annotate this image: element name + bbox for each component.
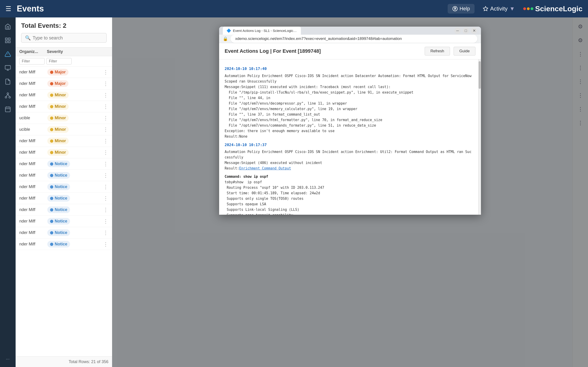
row-actions-menu[interactable]: ⋮: [103, 138, 108, 144]
event-org-cell: nder Miff: [19, 150, 44, 155]
table-row[interactable]: nder Miff Notice ⋮: [16, 170, 112, 181]
table-row[interactable]: nder Miff Notice ⋮: [16, 239, 112, 250]
chrome-minimize-button[interactable]: ─: [454, 27, 461, 34]
severity-dot: [50, 208, 53, 211]
chrome-maximize-button[interactable]: □: [463, 27, 469, 34]
severity-dot: [50, 220, 53, 223]
row-actions-menu[interactable]: ⋮: [103, 92, 108, 98]
severity-badge: Notice: [47, 241, 70, 248]
logo-dot-yellow: [527, 7, 530, 10]
severity-dot: [50, 243, 53, 246]
chrome-close-button[interactable]: ✕: [471, 27, 477, 34]
row-actions-menu[interactable]: ⋮: [103, 230, 108, 236]
logo-dot-red: [523, 7, 526, 10]
row-actions-menu[interactable]: ⋮: [103, 115, 108, 121]
row-actions-menu[interactable]: ⋮: [103, 81, 108, 87]
sidebar-item-tickets[interactable]: [2, 104, 13, 115]
log-content-area: 2024-10-10 10:17:40 Automation Policy En…: [219, 59, 481, 215]
row-actions-menu[interactable]: ⋮: [103, 172, 108, 178]
chrome-address-bar: 🔒: [219, 35, 481, 43]
chrome-tab[interactable]: 🔷 Event Actions Log - SL1 - ScienceLogic…: [223, 27, 301, 35]
table-row[interactable]: nder Miff Minor ⋮: [16, 135, 112, 147]
severity-dot: [50, 117, 53, 120]
table-row[interactable]: nder Miff Major ⋮: [16, 78, 112, 90]
event-org-cell: nder Miff: [19, 93, 44, 98]
activity-button[interactable]: Activity ▼: [478, 4, 519, 14]
row-actions-menu[interactable]: ⋮: [103, 218, 108, 224]
sidebar-item-dashboard[interactable]: [2, 35, 13, 46]
guide-button[interactable]: Guide: [454, 47, 476, 56]
severity-badge: Major: [47, 80, 69, 87]
row-actions-menu[interactable]: ⋮: [103, 149, 108, 156]
table-row[interactable]: nder Miff Minor ⋮: [16, 147, 112, 158]
sidebar-item-tasks[interactable]: [2, 76, 13, 87]
sidebar-item-home[interactable]: [2, 21, 13, 32]
hamburger-menu-icon[interactable]: ☰: [6, 5, 11, 13]
sidebar-item-alerts[interactable]: [2, 49, 13, 60]
scrollbar-thumb[interactable]: [479, 61, 481, 89]
table-row[interactable]: nder Miff Major ⋮: [16, 67, 112, 78]
row-actions-menu[interactable]: ⋮: [103, 241, 108, 247]
log-timestamp-1: 2024-10-10 10:17:40: [225, 66, 473, 72]
table-row[interactable]: nder Miff Notice ⋮: [16, 181, 112, 193]
table-row[interactable]: ucible Minor ⋮: [16, 124, 112, 135]
top-navigation: ☰ Events ? Help Activity ▼ ScienceLogic: [0, 0, 588, 17]
table-row[interactable]: nder Miff Notice ⋮: [16, 227, 112, 239]
severity-badge: Major: [47, 69, 69, 75]
table-row[interactable]: nder Miff Notice ⋮: [16, 193, 112, 204]
severity-badge: Minor: [47, 103, 69, 110]
severity-label: Notice: [55, 242, 67, 247]
severity-badge: Notice: [47, 161, 70, 167]
sidebar-item-devices[interactable]: [2, 62, 13, 73]
severity-dot: [50, 174, 53, 177]
severity-dot: [50, 140, 53, 143]
severity-label: Notice: [55, 219, 67, 224]
table-column-headers: Organiz... Severity: [16, 48, 112, 56]
main-content-area: ⚙ ⚙ ⋮ ⋮ ⋮ ⋮ ⋮ ⋮ 🔷 Event Actions Log - SL…: [112, 17, 588, 367]
severity-filter-input[interactable]: [46, 58, 72, 65]
row-actions-menu[interactable]: ⋮: [103, 69, 108, 75]
severity-label: Minor: [55, 116, 66, 120]
search-bar[interactable]: 🔍: [21, 33, 107, 43]
events-panel: Total Events: 2 🔍 Organiz... Severity nd…: [16, 17, 112, 367]
address-input[interactable]: [231, 35, 477, 43]
severity-badge: Minor: [47, 115, 69, 121]
scrollbar-track[interactable]: [478, 59, 481, 215]
enrichment-output-link[interactable]: Enrichment Command Output: [239, 166, 291, 170]
log-entry-2: Automation Policy Enrichment OSPF Cisco-…: [225, 149, 473, 171]
table-row[interactable]: ucible Minor ⋮: [16, 112, 112, 124]
help-button[interactable]: ? Help: [448, 4, 475, 14]
severity-label: Notice: [55, 230, 67, 235]
table-row[interactable]: nder Miff Notice ⋮: [16, 204, 112, 216]
table-row[interactable]: nder Miff Minor ⋮: [16, 101, 112, 112]
severity-badge: Notice: [47, 206, 70, 213]
row-actions-menu[interactable]: ⋮: [103, 161, 108, 167]
org-column-header: Organiz...: [19, 49, 47, 54]
table-row[interactable]: nder Miff Notice ⋮: [16, 158, 112, 170]
refresh-button[interactable]: Refresh: [425, 47, 450, 56]
severity-column-header: Severity: [47, 49, 77, 54]
sidebar-item-network[interactable]: [2, 90, 13, 101]
table-row[interactable]: nder Miff Minor ⋮: [16, 90, 112, 101]
svg-rect-2: [5, 38, 7, 40]
event-org-cell: nder Miff: [19, 219, 44, 224]
svg-point-11: [7, 93, 9, 94]
event-org-cell: ucible: [19, 127, 44, 132]
row-actions-menu[interactable]: ⋮: [103, 195, 108, 201]
severity-dot: [50, 128, 53, 131]
svg-point-12: [5, 97, 7, 98]
table-row[interactable]: nder Miff Notice ⋮: [16, 216, 112, 227]
row-actions-menu[interactable]: ⋮: [103, 103, 108, 110]
row-actions-menu[interactable]: ⋮: [103, 207, 108, 213]
severity-badge: Minor: [47, 126, 69, 133]
search-input[interactable]: [33, 35, 103, 41]
sidebar-more-button[interactable]: ···: [6, 356, 10, 361]
row-actions-menu[interactable]: ⋮: [103, 126, 108, 133]
org-filter-input[interactable]: [19, 58, 44, 65]
severity-label: Minor: [55, 104, 66, 109]
row-actions-menu[interactable]: ⋮: [103, 184, 108, 190]
severity-label: Notice: [55, 196, 67, 201]
event-log-window: Event Actions Log | For Event [1899748] …: [219, 43, 481, 215]
svg-rect-3: [8, 38, 10, 40]
event-log-scroll-area[interactable]: 2024-10-10 10:17:40 Automation Policy En…: [219, 59, 478, 215]
